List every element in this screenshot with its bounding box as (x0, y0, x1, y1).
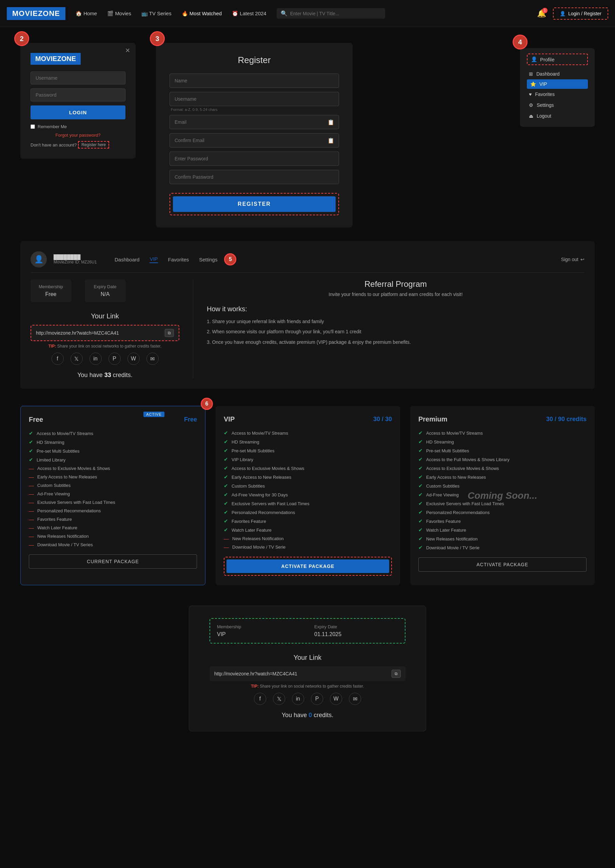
vip-feat-1: ✔HD Streaming (224, 439, 392, 445)
vip-dashboard: 👤 ████████ MovieZone ID: MZ26U1 Dashboar… (20, 241, 595, 389)
confirm-email-input-wrap: 📋 (170, 133, 339, 147)
premium-pkg-price: 30 / 90 credits (546, 416, 587, 423)
vip-icon: ⭐ (530, 81, 536, 87)
dropdown-vip[interactable]: ⭐ VIP (527, 80, 588, 89)
whatsapp-icon[interactable]: W (128, 353, 140, 365)
referral-step-3: 3. Once you have enough credits, activat… (207, 339, 584, 346)
bottom-copy-link-button[interactable]: ⧉ (392, 670, 401, 678)
search-input[interactable] (290, 11, 378, 16)
movies-icon: 🎬 (107, 11, 114, 16)
free-feat-13: —Download Movie / TV Series (29, 542, 197, 548)
bottom-membership-box: Membership VIP (217, 624, 301, 637)
remember-me-checkbox[interactable] (31, 125, 35, 129)
bottom-email-share-icon[interactable]: ✉ (349, 693, 361, 705)
modal-close-button[interactable]: ✕ (125, 47, 130, 54)
link-tip: TIP: Share your link on social networks … (31, 344, 180, 348)
vip-nav-dashboard[interactable]: Dashboard (115, 257, 139, 262)
dropdown-dashboard[interactable]: ⊞ Dashboard (527, 69, 588, 80)
vip-package-card: VIP 30 / 30 ✔Access to Movie/TV Streams … (215, 406, 400, 585)
profile-header[interactable]: 👤 Profile (527, 53, 588, 65)
bottom-expiry-value: 01.11.2025 (314, 631, 398, 637)
nav-home[interactable]: 🏠 Home (76, 11, 97, 17)
login-username-input[interactable] (31, 72, 125, 84)
bottom-whatsapp-icon[interactable]: W (330, 693, 342, 705)
login-password-input[interactable] (31, 89, 125, 101)
nav-movies[interactable]: 🎬 Movies (107, 11, 131, 17)
facebook-icon[interactable]: f (52, 353, 64, 365)
notification-bell[interactable]: 🔔 1 (537, 9, 546, 18)
step-badge-5: 5 (224, 253, 236, 265)
forgot-password-link[interactable]: Forgot your password? (31, 133, 125, 137)
login-register-button[interactable]: 👤 Login / Register (553, 8, 608, 20)
vip-feat-4: ✔Access to Exclusive Movies & Shows (224, 465, 392, 471)
membership-label: Membership (37, 284, 64, 289)
free-feat-0: ✔Access to Movie/TV Streams (29, 430, 197, 436)
bottom-link-tip: TIP: Share your link on social networks … (209, 684, 406, 688)
linkedin-icon[interactable]: in (89, 353, 102, 365)
activate-vip-btn-wrap: 6 ACTIVATE PACKAGE (224, 557, 392, 576)
signout-button[interactable]: Sign out ↩ (561, 257, 584, 262)
vip-pkg-name: VIP (224, 415, 235, 423)
email-icon: 📋 (328, 119, 334, 125)
bottom-twitter-x-icon[interactable]: 𝕏 (273, 693, 285, 705)
premium-pkg-name: Premium (418, 415, 448, 423)
register-confirm-email-input[interactable] (170, 133, 339, 147)
bottom-linkedin-icon[interactable]: in (292, 693, 304, 705)
home-icon: 🏠 (76, 11, 82, 16)
register-link-row: Don't have an account? Register here (31, 141, 125, 148)
membership-value: Free (37, 291, 64, 297)
vip-nav-vip[interactable]: VIP (150, 256, 158, 263)
favorites-icon: ♥ (529, 92, 532, 97)
nav-tvseries[interactable]: 📺 TV Series (141, 11, 172, 17)
activate-premium-button[interactable]: ACTIVATE PACKAGE (418, 557, 587, 571)
current-package-button[interactable]: CURRENT PACKAGE (29, 554, 197, 568)
bottom-pinterest-icon[interactable]: P (311, 693, 323, 705)
vip-feat-12: —New Releases Notification (224, 536, 392, 542)
referral-link-box: http://moviezone.hr?watch=MZC4CA41 ⧉ (31, 325, 180, 341)
expiry-box: Expiry Date N/A (85, 279, 125, 302)
vip-feat-11: ✔Watch Later Feature (224, 527, 392, 533)
prem-feat-0: ✔Access to Movie/TV Streams (418, 430, 587, 436)
prem-feat-11: ✔Watch Later Feature (418, 527, 587, 533)
prem-feat-9: ✔Personalized Recommendations (418, 509, 587, 515)
confirm-email-icon: 📋 (328, 137, 334, 144)
vip-user-info: ████████ MovieZone ID: MZ26U1 (53, 254, 108, 264)
register-button[interactable]: REGISTER (173, 196, 336, 212)
register-email-input[interactable] (170, 115, 339, 129)
vip-nav-settings[interactable]: Settings (199, 257, 217, 262)
activate-vip-button[interactable]: ACTIVATE PACKAGE (226, 559, 389, 573)
email-share-icon[interactable]: ✉ (147, 353, 159, 365)
pinterest-icon[interactable]: P (108, 353, 121, 365)
main-content: 2 ✕ MOVIEZONE LOGIN Remember Me Forgot y… (0, 27, 615, 752)
nav-most-watched[interactable]: 🔥 Most Watched (182, 11, 222, 17)
nav-logo[interactable]: MOVIEZONE (7, 7, 66, 20)
section-top: 2 ✕ MOVIEZONE LOGIN Remember Me Forgot y… (20, 37, 595, 228)
bottom-facebook-icon[interactable]: f (254, 693, 266, 705)
step-badge-3: 3 (150, 31, 165, 46)
prem-feat-10: ✔Favorites Feature (418, 518, 587, 524)
premium-package-card: Premium 30 / 90 credits ✔Access to Movie… (410, 406, 595, 585)
signout-icon: ↩ (581, 257, 584, 262)
dropdown-favorites[interactable]: ♥ Favorites (527, 89, 588, 100)
prem-feat-8: ✔Exclusive Servers with Fast Load Times (418, 500, 587, 507)
free-pkg-header: Free Free (29, 416, 197, 423)
login-modal: ✕ MOVIEZONE LOGIN Remember Me Forgot you… (20, 43, 136, 159)
prem-feat-2: ✔Pre-set Multi Subtitles (418, 448, 587, 454)
dropdown-logout[interactable]: ⏏ Logout (527, 111, 588, 122)
register-name-input[interactable] (170, 73, 339, 88)
prem-feat-13: ✔Download Movie / TV Serie (418, 545, 587, 551)
login-button[interactable]: LOGIN (31, 105, 125, 119)
settings-icon: ⚙ (529, 102, 533, 108)
register-here-link[interactable]: Register here (78, 141, 109, 148)
register-username-input[interactable] (170, 92, 339, 106)
vip-feat-6: ✔Custom Subtitles (224, 483, 392, 489)
twitter-x-icon[interactable]: 𝕏 (70, 353, 83, 365)
register-password-input[interactable] (170, 151, 339, 166)
register-title: Register (170, 55, 339, 66)
copy-link-button[interactable]: ⧉ (165, 329, 174, 337)
nav-latest[interactable]: ⏰ Latest 2024 (232, 11, 267, 17)
bottom-credits-number: 0 (309, 712, 312, 718)
dropdown-settings[interactable]: ⚙ Settings (527, 100, 588, 111)
register-confirm-password-input[interactable] (170, 170, 339, 184)
vip-nav-favorites[interactable]: Favorites (168, 257, 189, 262)
